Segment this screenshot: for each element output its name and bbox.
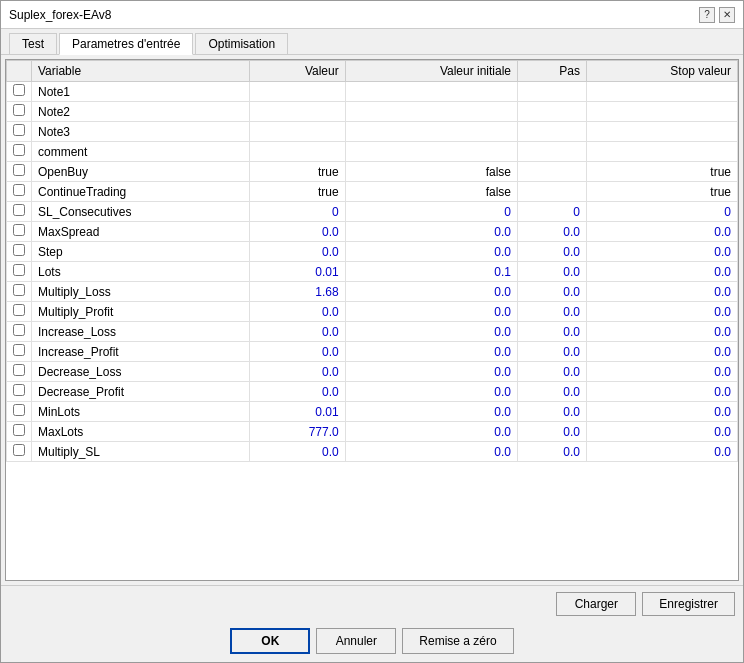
row-checkbox[interactable] — [13, 264, 25, 276]
row-checkbox[interactable] — [13, 304, 25, 316]
row-pas: 0.0 — [518, 382, 587, 402]
row-checkbox[interactable] — [13, 104, 25, 116]
row-valeur-initiale: 0.0 — [345, 342, 517, 362]
row-pas — [518, 182, 587, 202]
tab-parametres-entree[interactable]: Parametres d'entrée — [59, 33, 193, 55]
row-valeur: 0.0 — [249, 442, 345, 462]
row-variable-name: Decrease_Loss — [32, 362, 250, 382]
row-checkbox[interactable] — [13, 164, 25, 176]
row-stop-valeur: 0.0 — [587, 422, 738, 442]
table-row: Note3 — [7, 122, 738, 142]
row-valeur-initiale: false — [345, 182, 517, 202]
remise-a-zero-button[interactable]: Remise a zéro — [402, 628, 513, 654]
row-pas: 0.0 — [518, 302, 587, 322]
row-variable-name: Multiply_Profit — [32, 302, 250, 322]
row-checkbox[interactable] — [13, 204, 25, 216]
row-valeur: 0.0 — [249, 242, 345, 262]
row-pas: 0.0 — [518, 422, 587, 442]
row-pas: 0 — [518, 202, 587, 222]
annuler-button[interactable]: Annuler — [316, 628, 396, 654]
row-valeur-initiale — [345, 102, 517, 122]
row-checkbox[interactable] — [13, 324, 25, 336]
table-row: Note1 — [7, 82, 738, 102]
row-variable-name: MaxLots — [32, 422, 250, 442]
row-stop-valeur — [587, 122, 738, 142]
row-checkbox[interactable] — [13, 404, 25, 416]
row-valeur-initiale: 0 — [345, 202, 517, 222]
table-row: OpenBuytruefalsetrue — [7, 162, 738, 182]
table-row: Increase_Loss0.00.00.00.0 — [7, 322, 738, 342]
row-valeur: 0.01 — [249, 402, 345, 422]
row-stop-valeur: 0.0 — [587, 302, 738, 322]
table-scroll[interactable]: Variable Valeur Valeur initiale Pas Stop… — [6, 60, 738, 580]
row-valeur: 0.0 — [249, 222, 345, 242]
row-valeur-initiale: 0.1 — [345, 262, 517, 282]
row-valeur: 0.0 — [249, 322, 345, 342]
content-area: Variable Valeur Valeur initiale Pas Stop… — [1, 55, 743, 585]
row-checkbox[interactable] — [13, 364, 25, 376]
row-checkbox[interactable] — [13, 384, 25, 396]
row-valeur-initiale: 0.0 — [345, 282, 517, 302]
row-variable-name: ContinueTrading — [32, 182, 250, 202]
row-valeur: 0 — [249, 202, 345, 222]
row-pas: 0.0 — [518, 242, 587, 262]
row-pas — [518, 142, 587, 162]
col-variable: Variable — [32, 61, 250, 82]
table-row: Multiply_SL0.00.00.00.0 — [7, 442, 738, 462]
row-checkbox[interactable] — [13, 444, 25, 456]
row-checkbox[interactable] — [13, 424, 25, 436]
row-checkbox[interactable] — [13, 284, 25, 296]
row-stop-valeur: 0.0 — [587, 222, 738, 242]
row-valeur-initiale: 0.0 — [345, 302, 517, 322]
row-checkbox[interactable] — [13, 244, 25, 256]
row-valeur: 0.0 — [249, 362, 345, 382]
row-stop-valeur: 0.0 — [587, 402, 738, 422]
bottom-buttons-row2: OK Annuler Remise a zéro — [1, 622, 743, 662]
row-valeur: 777.0 — [249, 422, 345, 442]
row-valeur-initiale: 0.0 — [345, 222, 517, 242]
window-title: Suplex_forex-EAv8 — [9, 8, 112, 22]
enregistrer-button[interactable]: Enregistrer — [642, 592, 735, 616]
close-button[interactable]: ✕ — [719, 7, 735, 23]
row-variable-name: OpenBuy — [32, 162, 250, 182]
row-valeur — [249, 102, 345, 122]
table-row: Decrease_Loss0.00.00.00.0 — [7, 362, 738, 382]
table-row: Lots0.010.10.00.0 — [7, 262, 738, 282]
row-stop-valeur: 0.0 — [587, 262, 738, 282]
bottom-buttons-row1: Charger Enregistrer — [1, 585, 743, 622]
row-variable-name: MaxSpread — [32, 222, 250, 242]
row-variable-name: Note2 — [32, 102, 250, 122]
row-variable-name: Note3 — [32, 122, 250, 142]
row-valeur-initiale: 0.0 — [345, 242, 517, 262]
ok-button[interactable]: OK — [230, 628, 310, 654]
title-buttons: ? ✕ — [699, 7, 735, 23]
row-checkbox[interactable] — [13, 144, 25, 156]
row-stop-valeur: true — [587, 182, 738, 202]
parameters-table: Variable Valeur Valeur initiale Pas Stop… — [6, 60, 738, 462]
charger-button[interactable]: Charger — [556, 592, 636, 616]
table-row: MaxLots777.00.00.00.0 — [7, 422, 738, 442]
row-pas: 0.0 — [518, 322, 587, 342]
row-stop-valeur: 0.0 — [587, 282, 738, 302]
row-valeur-initiale: 0.0 — [345, 422, 517, 442]
row-pas: 0.0 — [518, 402, 587, 422]
help-button[interactable]: ? — [699, 7, 715, 23]
tab-optimisation[interactable]: Optimisation — [195, 33, 288, 54]
row-valeur-initiale: 0.0 — [345, 382, 517, 402]
tab-test[interactable]: Test — [9, 33, 57, 54]
row-checkbox[interactable] — [13, 224, 25, 236]
row-stop-valeur — [587, 142, 738, 162]
row-pas — [518, 82, 587, 102]
row-stop-valeur: 0.0 — [587, 382, 738, 402]
table-row: Step0.00.00.00.0 — [7, 242, 738, 262]
row-stop-valeur: true — [587, 162, 738, 182]
table-row: MaxSpread0.00.00.00.0 — [7, 222, 738, 242]
row-checkbox[interactable] — [13, 184, 25, 196]
row-checkbox[interactable] — [13, 84, 25, 96]
row-valeur: 0.0 — [249, 342, 345, 362]
row-checkbox[interactable] — [13, 344, 25, 356]
row-checkbox[interactable] — [13, 124, 25, 136]
table-row: MinLots0.010.00.00.0 — [7, 402, 738, 422]
row-stop-valeur: 0.0 — [587, 322, 738, 342]
col-checkbox — [7, 61, 32, 82]
